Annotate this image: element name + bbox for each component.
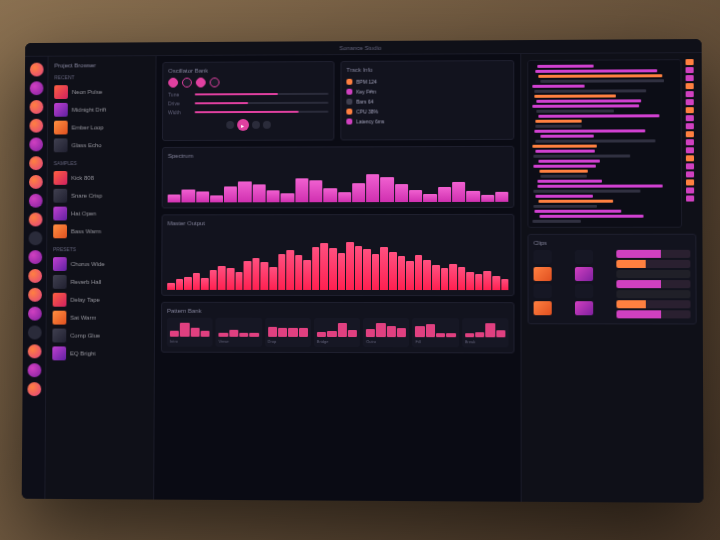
marker-block[interactable] — [686, 163, 694, 169]
marker-block[interactable] — [686, 147, 694, 153]
marker-block[interactable] — [686, 91, 694, 97]
console-panel[interactable] — [527, 59, 682, 228]
marker-block[interactable] — [686, 99, 694, 105]
library-icon[interactable] — [29, 81, 43, 95]
info-row: CPU 38% — [346, 106, 508, 117]
marker-block[interactable] — [686, 195, 694, 201]
marker-block[interactable] — [686, 123, 694, 129]
clip-cell[interactable] — [575, 267, 593, 281]
console-line — [536, 69, 657, 73]
clip-cell[interactable] — [534, 301, 552, 315]
add-icon[interactable] — [27, 363, 41, 377]
pattern-card[interactable]: Fill — [412, 318, 458, 347]
marker-block[interactable] — [686, 187, 694, 193]
marker-block[interactable] — [686, 131, 694, 137]
clip-cell[interactable] — [534, 284, 552, 298]
sidebar-item[interactable]: Midnight Drift — [52, 101, 151, 119]
info-label: Latency 6ms — [356, 118, 384, 124]
sidebar-item[interactable]: Reverb Hall — [51, 273, 151, 291]
play-button[interactable]: ▸ — [237, 119, 249, 131]
console-line — [538, 114, 659, 117]
sidebar-item[interactable]: Glass Echo — [52, 136, 151, 154]
marker-block[interactable] — [686, 139, 694, 145]
marker-block[interactable] — [686, 59, 694, 65]
sidebar-item[interactable]: Snare Crisp — [51, 187, 150, 205]
pattern-card[interactable]: Bridge — [314, 318, 360, 347]
app-body: Project Browser RecentNeon PulseMidnight… — [22, 53, 704, 503]
pattern-card[interactable]: Drop — [265, 318, 311, 347]
add-icon[interactable] — [27, 307, 41, 321]
prev-button[interactable] — [226, 121, 234, 129]
thumb-icon — [53, 293, 67, 307]
knob-icon[interactable] — [210, 77, 220, 87]
marker-block[interactable] — [686, 171, 694, 177]
sidebar-item[interactable]: Bass Warm — [51, 222, 151, 240]
sidebar-section-title: Recent — [54, 74, 149, 80]
add-icon[interactable] — [27, 382, 41, 396]
wave-icon[interactable] — [29, 100, 43, 114]
add-icon[interactable] — [28, 231, 42, 245]
marker-block[interactable] — [686, 115, 694, 121]
next-button[interactable] — [251, 121, 259, 129]
marker-block[interactable] — [686, 107, 694, 113]
add-icon[interactable] — [27, 326, 41, 340]
add-icon[interactable] — [28, 288, 42, 302]
slider[interactable]: Width — [168, 109, 328, 116]
console-line — [535, 195, 593, 198]
clip-chip[interactable] — [616, 250, 691, 258]
knob-icon[interactable] — [196, 78, 206, 88]
sidebar-item[interactable]: EQ Bright — [50, 344, 150, 362]
knob-icon[interactable] — [182, 78, 192, 88]
knob-icon[interactable] — [168, 78, 178, 88]
clip-chip[interactable] — [616, 290, 691, 298]
sidebar-item[interactable]: Neon Pulse — [52, 83, 151, 101]
cloud-icon[interactable] — [29, 156, 43, 170]
marker-block[interactable] — [686, 179, 694, 185]
add-icon[interactable] — [28, 269, 42, 283]
sidebar-item[interactable]: Ember Loop — [52, 118, 151, 136]
clip-cell[interactable] — [575, 301, 593, 315]
chart-bar — [168, 195, 181, 203]
panel-title: Oscillator Bank — [168, 67, 328, 74]
fx-icon[interactable] — [29, 138, 43, 152]
clip-chip[interactable] — [616, 310, 691, 318]
sidebar-item[interactable]: Delay Tape — [51, 291, 151, 309]
marker-block[interactable] — [686, 155, 694, 161]
info-row: Latency 6ms — [346, 116, 508, 127]
clip-chip[interactable] — [616, 270, 691, 278]
clip-chip[interactable] — [616, 260, 691, 268]
user-icon[interactable] — [28, 194, 42, 208]
console-line — [538, 74, 662, 78]
marker-block[interactable] — [686, 67, 694, 73]
sidebar-item[interactable]: Chorus Wide — [51, 255, 151, 273]
pattern-card[interactable]: Intro — [167, 318, 213, 347]
stop-button[interactable] — [262, 121, 270, 129]
mix-icon[interactable] — [29, 119, 43, 133]
chart-bar — [281, 193, 294, 202]
transport-controls: ▸ — [168, 119, 328, 132]
sidebar-item[interactable]: Kick 808 — [52, 169, 151, 187]
add-icon[interactable] — [28, 250, 42, 264]
home-icon[interactable] — [29, 63, 43, 77]
chart-bar — [481, 195, 494, 202]
plug-icon[interactable] — [28, 175, 42, 189]
pattern-card[interactable]: Verse — [216, 318, 262, 347]
marker-block[interactable] — [686, 83, 694, 89]
clip-chip[interactable] — [616, 280, 691, 288]
slider[interactable]: Tune — [168, 91, 328, 98]
marker-block[interactable] — [686, 75, 694, 81]
pattern-card[interactable]: Break — [462, 318, 509, 347]
clip-chip[interactable] — [616, 300, 691, 308]
sidebar-item[interactable]: Sat Warm — [51, 309, 151, 327]
sidebar-item[interactable]: Hat Open — [51, 204, 151, 222]
sidebar-item[interactable]: Comp Glue — [50, 327, 150, 345]
clip-cell[interactable] — [575, 284, 593, 298]
clip-cell[interactable] — [534, 267, 552, 281]
slider[interactable]: Drive — [168, 100, 328, 107]
clip-cell[interactable] — [534, 250, 552, 264]
add-icon[interactable] — [27, 344, 41, 358]
clip-cell[interactable] — [575, 250, 593, 264]
add-icon[interactable] — [28, 213, 42, 227]
chart-bar — [449, 264, 457, 290]
pattern-card[interactable]: Outro — [363, 318, 409, 347]
